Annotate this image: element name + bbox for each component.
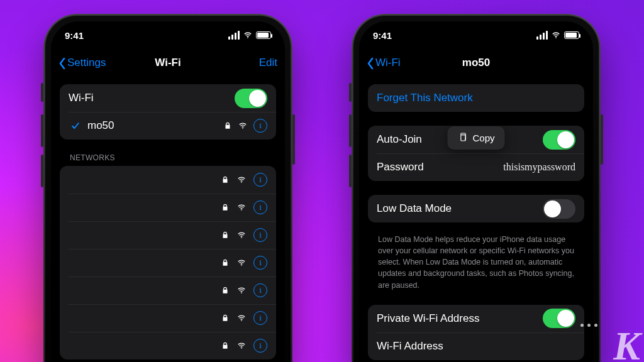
svg-point-0 [247, 37, 248, 38]
watermark-dots [580, 324, 597, 327]
private-address-switch[interactable] [543, 309, 575, 328]
addressing-group: Private Wi-Fi Address Wi-Fi Address [368, 305, 584, 360]
lock-icon [221, 231, 230, 239]
copy-label: Copy [472, 133, 494, 143]
side-button [601, 114, 603, 165]
lock-icon [223, 121, 232, 130]
wifi-toggle-group: Wi-Fi mo50 [60, 84, 276, 140]
info-button[interactable] [253, 200, 267, 214]
svg-point-9 [555, 37, 557, 38]
wifi-icon [237, 286, 246, 295]
battery-icon [256, 31, 271, 39]
status-bar: 9:41 [51, 21, 285, 49]
side-button [292, 114, 295, 165]
wifi-status-icon [243, 31, 252, 40]
lock-icon [221, 175, 230, 184]
screen-network-detail: 9:41 Wi-Fi mo50 [359, 21, 593, 362]
lock-icon [221, 341, 230, 350]
private-address-label: Private Wi-Fi Address [377, 312, 479, 325]
password-value: thisismypassword [503, 162, 575, 173]
edit-button[interactable]: Edit [259, 57, 277, 69]
network-row[interactable] [60, 332, 276, 359]
status-time: 9:41 [373, 30, 392, 41]
svg-point-3 [241, 209, 242, 211]
wifi-icon [237, 175, 246, 184]
wifi-icon [237, 231, 246, 239]
watermark-k: K [613, 323, 639, 362]
checkmark-icon [69, 121, 82, 131]
back-button[interactable]: Settings [58, 57, 106, 69]
svg-point-6 [241, 292, 242, 293]
volume-up-button [41, 114, 43, 147]
status-time: 9:41 [65, 30, 84, 41]
network-row[interactable] [60, 304, 276, 332]
volume-down-button [41, 155, 43, 187]
connected-network-row[interactable]: mo50 [60, 112, 276, 140]
network-row[interactable] [60, 166, 276, 194]
network-row[interactable] [60, 277, 276, 304]
join-password-group: Auto-Join Copy Password this [368, 126, 584, 181]
mute-switch [349, 83, 352, 102]
network-row[interactable] [60, 249, 276, 277]
svg-point-4 [241, 237, 242, 238]
wifi-toggle-label: Wi-Fi [69, 92, 94, 104]
forget-network-label: Forget This Network [377, 92, 473, 104]
info-button[interactable] [253, 119, 267, 133]
volume-up-button [349, 114, 352, 147]
low-data-footer: Low Data Mode helps reduce your iPhone d… [368, 229, 584, 291]
svg-point-5 [241, 265, 242, 266]
lock-icon [221, 314, 230, 322]
wifi-toggle-row[interactable]: Wi-Fi [60, 84, 276, 112]
nav-bar: Settings Wi-Fi Edit [51, 49, 285, 77]
status-bar: 9:41 [359, 21, 593, 49]
svg-point-7 [241, 320, 242, 321]
copy-on-clipboard-icon [457, 132, 467, 144]
wifi-icon [237, 341, 246, 350]
info-button[interactable] [253, 311, 267, 325]
info-button[interactable] [253, 256, 267, 270]
back-label: Settings [67, 57, 106, 69]
password-label: Password [377, 161, 424, 173]
private-address-row[interactable]: Private Wi-Fi Address [368, 305, 584, 332]
lock-icon [221, 203, 230, 212]
info-button[interactable] [253, 283, 267, 297]
password-row[interactable]: Copy Password thisismypassword [368, 153, 584, 181]
wifi-icon [237, 203, 246, 212]
lock-icon [221, 258, 230, 267]
lock-icon [221, 286, 230, 295]
low-data-label: Low Data Mode [377, 202, 452, 215]
cellular-signal-icon [536, 31, 548, 40]
wifi-address-row[interactable]: Wi-Fi Address [368, 332, 584, 360]
battery-icon [564, 31, 579, 39]
back-button[interactable]: Wi-Fi [367, 57, 401, 69]
info-button[interactable] [253, 339, 267, 353]
forget-network-button[interactable]: Forget This Network [368, 84, 584, 112]
low-data-row[interactable]: Low Data Mode [368, 195, 584, 222]
low-data-group: Low Data Mode [368, 195, 584, 222]
low-data-switch[interactable] [543, 199, 575, 219]
cellular-signal-icon [228, 31, 240, 40]
networks-group [60, 166, 276, 359]
networks-header: NETWORKS [60, 153, 276, 166]
screen-wifi-list: 9:41 Settings Wi-Fi Edit [51, 21, 285, 362]
forget-group: Forget This Network [368, 84, 584, 112]
svg-point-1 [242, 128, 243, 129]
network-row[interactable] [60, 194, 276, 221]
volume-down-button [349, 155, 352, 187]
nav-bar: Wi-Fi mo50 [359, 49, 593, 77]
wifi-icon [238, 121, 247, 130]
info-button[interactable] [253, 173, 267, 187]
auto-join-label: Auto-Join [377, 133, 422, 146]
phone-right: 9:41 Wi-Fi mo50 [352, 14, 601, 362]
connected-network-name: mo50 [87, 119, 114, 132]
svg-point-2 [241, 182, 242, 183]
info-button[interactable] [253, 228, 267, 242]
phone-left: 9:41 Settings Wi-Fi Edit [43, 14, 292, 362]
wifi-icon [237, 314, 246, 322]
chevron-left-icon [367, 57, 374, 69]
auto-join-switch[interactable] [543, 130, 575, 150]
wifi-toggle-switch[interactable] [235, 89, 267, 108]
wifi-address-label: Wi-Fi Address [377, 340, 443, 353]
network-row[interactable] [60, 221, 276, 249]
copy-callout[interactable]: Copy [447, 126, 504, 150]
